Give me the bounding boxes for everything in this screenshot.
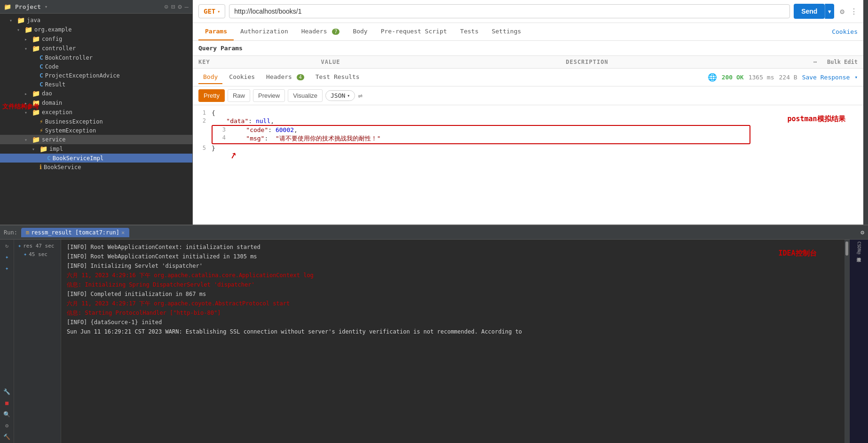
send-dropdown-arrow[interactable]: ▾ [825,4,834,19]
method-arrow: ▾ [217,9,220,14]
run-tab[interactable]: m ressm_result [tomcat7:run] ✕ [21,228,129,237]
url-input[interactable] [229,4,790,18]
tab-authorization[interactable]: Authorization [234,23,295,40]
line-content-1: { [212,109,769,117]
code-line-3: 3 "code": 60002, [213,126,750,134]
console-output-container: [INFO] Root WebApplicationContext: initi… [61,240,844,443]
response-tab-headers[interactable]: Headers 4 [261,70,309,84]
tree-item-bookservice[interactable]: ℹ BookService [0,163,192,171]
process-label-1: res 47 sec [23,243,54,249]
arrow-exception: ▾ [24,110,32,115]
postman-expand-icon[interactable]: ⋮ [850,7,858,16]
send-button[interactable]: Send [794,4,825,19]
cookies-link[interactable]: Cookies [832,28,858,35]
process-item-2[interactable]: ✦ 45 sec [16,250,59,258]
postman-settings-icon[interactable]: ⚙ [840,7,844,16]
arrow-projectexceptionadvice [32,73,39,78]
file-icon-businessexception: ⚡ [39,118,43,125]
console-settings-icon[interactable]: ⚙ [860,229,864,236]
tab-settings[interactable]: Settings [485,23,528,40]
console-scrollbar[interactable] [844,240,849,443]
run-tab-close[interactable]: ✕ [121,229,125,236]
tree-item-exception[interactable]: ▾ 📁 exception [0,108,192,117]
folder-icon-domain: 📁 [32,99,40,107]
response-tab-testresults[interactable]: Test Results [311,70,364,84]
arrow-result [32,82,39,87]
tab-body[interactable]: Body [346,23,374,40]
code-response-area: 1 { 2 "data": null, 3 "code": 60002, [193,105,863,225]
format-preview-btn[interactable]: Preview [253,89,285,102]
tab-prerequest[interactable]: Pre-request Script [374,23,454,40]
console-line-8: [INFO] {dataSource-1} inited [67,318,745,327]
tree-item-domain[interactable]: ▸ 📁 domain [0,98,192,108]
label-result: Result [45,81,65,88]
folder-icon-dao: 📁 [32,90,40,97]
tree-item-impl[interactable]: ▾ 📁 impl [0,144,192,154]
response-status-bar: 🌐 200 OK 1365 ms 224 B Save Response ▾ [708,73,858,82]
tree-item-config[interactable]: ▸ 📁 config [0,34,192,44]
project-icon-sync[interactable]: ⊙ [164,3,168,10]
line-num-3: 3 [213,126,231,133]
tree-item-businessexception[interactable]: ⚡ BusinessException [0,117,192,126]
filter-icon[interactable]: ⇌ [358,91,363,100]
response-tab-body[interactable]: Body [198,70,222,84]
col-key-label: KEY [198,59,321,65]
run-label: Run: [4,229,17,236]
format-json-select[interactable]: JSON ▾ [325,90,355,101]
project-title: Project [15,3,41,10]
restart-icon[interactable]: ↻ [5,242,8,249]
method-label: GET [204,8,215,15]
save-response-btn[interactable]: Save Response [802,74,850,81]
project-icon-collapse[interactable]: ⊟ [171,3,175,10]
col-action-menu[interactable]: ⋯ Bulk Edit [811,59,858,65]
project-icon-minimize[interactable]: — [185,3,189,10]
stop-icon[interactable]: ■ [5,400,8,406]
code-output: 1 { 2 "data": null, 3 "code": 60002, [193,105,769,225]
arrow-dao: ▸ [24,91,32,96]
tree-item-bookserviceimpl[interactable]: C BookServiceImpl [0,154,192,163]
label-dao: dao [42,90,52,97]
gear-icon[interactable]: ⚙ [5,422,8,429]
response-tab-cookies[interactable]: Cookies [224,70,260,84]
line-content-2: "data": null, [212,117,769,124]
line-num-4: 4 [213,134,231,143]
tree-item-service[interactable]: ▾ 📁 service [0,135,192,144]
col-value-label: VALUE [321,59,566,65]
format-visualize-btn[interactable]: Visualize [288,89,323,102]
tree-item-controller[interactable]: ▾ 📁 controller [0,44,192,53]
tree-item-bookcontroller[interactable]: C BookController [0,53,192,62]
code-line-2: 2 "data": null, [193,117,769,125]
label-bookcontroller: BookController [45,54,93,61]
project-folder-icon: 📁 [4,3,11,10]
label-domain: domain [42,100,62,106]
label-controller: controller [42,45,76,52]
format-pretty-btn[interactable]: Pretty [198,89,225,102]
postman-scrollbar[interactable] [863,0,868,225]
arrow-service: ▾ [24,137,32,142]
method-select[interactable]: GET ▾ [198,4,225,18]
label-service: service [42,136,66,143]
tab-tests[interactable]: Tests [454,23,485,40]
folder-icon-impl: 📁 [39,145,47,153]
tree-item-org-example[interactable]: ▾ 📁 org.example [0,25,192,34]
file-icon-result: C [39,81,43,88]
save-response-arrow[interactable]: ▾ [854,74,858,80]
tree-item-dao[interactable]: ▸ 📁 dao [0,89,192,98]
postman-tabs: Params Authorization Headers 7 Body Pre-… [193,23,863,41]
tab-params[interactable]: Params [198,23,234,40]
run-tab-icon: m [26,229,29,236]
tree-item-result[interactable]: C Result [0,80,192,89]
search-icon[interactable]: 🔍 [3,411,10,418]
tree-item-projectexceptionadvice[interactable]: C ProjectExceptionAdvice [0,71,192,80]
process-item-1[interactable]: ✦ res 47 sec [16,241,59,250]
project-icon-settings[interactable]: ⚙ [178,3,181,10]
format-raw-btn[interactable]: Raw [228,89,250,102]
tab-headers[interactable]: Headers 7 [295,23,347,40]
line-content-4: "msg": "请不要使用你的技术挑战我的耐性！" [231,134,750,143]
wrench-icon[interactable]: 🔧 [3,389,10,395]
tree-item-systemexception[interactable]: ⚡ SystemException [0,126,192,135]
tree-item-java[interactable]: ▾ 📁 java [0,16,192,25]
tool-icon[interactable]: 🔨 [3,434,10,440]
status-size: 224 B [779,74,797,81]
tree-item-code[interactable]: C Code [0,62,192,71]
